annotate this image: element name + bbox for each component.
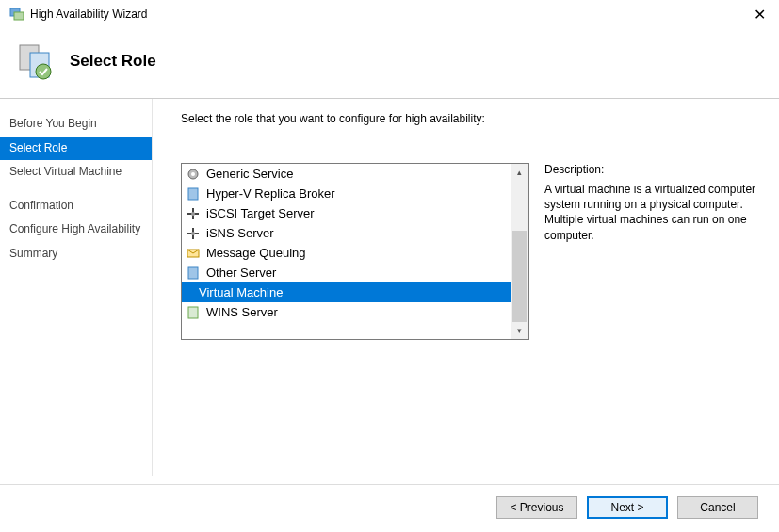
- iscsi-icon: [186, 206, 201, 221]
- isns-icon: [186, 226, 201, 241]
- titlebar: High Availability Wizard ✕: [0, 0, 779, 28]
- scroll-up-button[interactable]: ▴: [511, 164, 528, 181]
- role-item-other-server[interactable]: Other Server: [182, 263, 511, 282]
- step-configure-high-availability[interactable]: Configure High Availability: [0, 218, 152, 242]
- svg-rect-1: [14, 12, 24, 20]
- next-button[interactable]: Next >: [587, 496, 668, 519]
- role-label: Message Queuing: [206, 246, 306, 260]
- gear-icon: [186, 167, 201, 182]
- role-label: Virtual Machine: [199, 285, 283, 299]
- wizard-button-row: < Previous Next > Cancel: [496, 487, 758, 519]
- svg-rect-7: [188, 188, 198, 200]
- svg-point-8: [191, 212, 195, 216]
- wizard-steps-sidebar: Before You Begin Select Role Select Virt…: [0, 99, 153, 476]
- svg-rect-11: [188, 267, 198, 279]
- description-text: A virtual machine is a virtualized compu…: [544, 182, 762, 243]
- svg-point-4: [36, 64, 51, 79]
- role-item-iscsi-target-server[interactable]: iSCSI Target Server: [182, 203, 511, 223]
- server-icon: [186, 186, 201, 202]
- role-item-generic-service[interactable]: Generic Service: [182, 164, 511, 184]
- wins-icon: [186, 305, 201, 320]
- scroll-track[interactable]: [511, 181, 528, 322]
- cancel-button[interactable]: Cancel: [677, 496, 758, 519]
- svg-point-9: [191, 232, 195, 235]
- footer-divider: [0, 484, 779, 485]
- window-title: High Availability Wizard: [30, 8, 148, 21]
- step-select-role[interactable]: Select Role: [0, 137, 152, 161]
- role-item-hyperv-replica-broker[interactable]: Hyper-V Replica Broker: [182, 184, 511, 203]
- previous-button[interactable]: < Previous: [496, 496, 577, 519]
- description-panel: Description: A virtual machine is a virt…: [544, 163, 762, 340]
- page-title: Select Role: [70, 52, 156, 71]
- content-pane: Select the role that you want to configu…: [153, 99, 779, 476]
- role-label: WINS Server: [206, 305, 278, 319]
- role-label: Other Server: [206, 266, 276, 280]
- message-icon: [186, 246, 201, 261]
- wizard-header: Select Role: [0, 28, 779, 98]
- listbox-scrollbar[interactable]: ▴ ▾: [511, 164, 528, 339]
- step-before-you-begin[interactable]: Before You Begin: [0, 112, 152, 137]
- svg-point-6: [191, 172, 195, 176]
- step-confirmation[interactable]: Confirmation: [0, 194, 152, 218]
- role-item-isns-server[interactable]: iSNS Server: [182, 223, 511, 243]
- role-label: Generic Service: [206, 167, 293, 181]
- description-label: Description:: [544, 163, 762, 176]
- server-icon: [186, 266, 201, 281]
- app-icon: [9, 7, 24, 22]
- scroll-thumb[interactable]: [512, 231, 527, 323]
- role-item-virtual-machine[interactable]: Virtual Machine: [182, 282, 511, 302]
- instruction-text: Select the role that you want to configu…: [181, 112, 762, 125]
- step-summary[interactable]: Summary: [0, 242, 152, 266]
- role-label: iSNS Server: [206, 226, 274, 240]
- step-select-virtual-machine[interactable]: Select Virtual Machine: [0, 160, 152, 185]
- role-label: iSCSI Target Server: [206, 206, 315, 220]
- role-label: Hyper-V Replica Broker: [206, 186, 335, 201]
- svg-rect-12: [188, 307, 198, 318]
- close-button[interactable]: ✕: [750, 6, 770, 24]
- scroll-down-button[interactable]: ▾: [511, 322, 528, 339]
- role-listbox[interactable]: Generic Service Hyper-V Replica Broker i…: [181, 163, 529, 340]
- role-item-wins-server[interactable]: WINS Server: [182, 302, 511, 322]
- role-item-message-queuing[interactable]: Message Queuing: [182, 243, 511, 263]
- wizard-icon: [17, 41, 57, 81]
